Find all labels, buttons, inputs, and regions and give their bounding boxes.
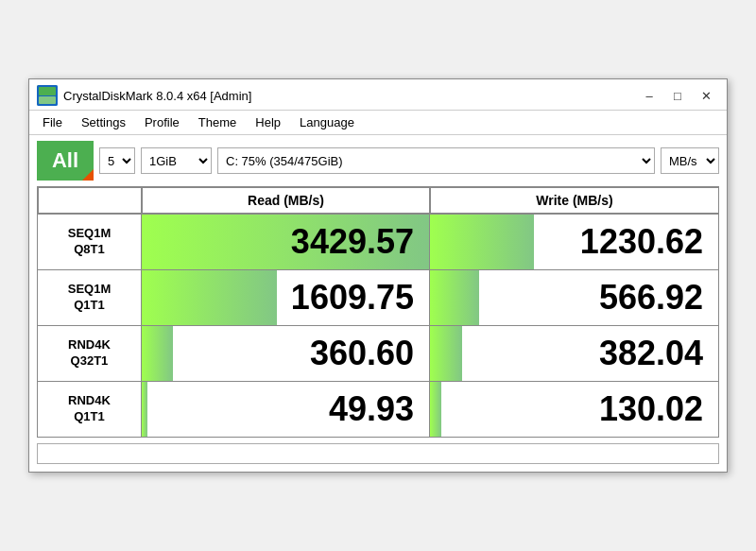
title-bar-left: CrystalDiskMark 8.0.4 x64 [Admin]: [37, 85, 251, 106]
size-select[interactable]: 1GiB 512MiB 2GiB 4GiB: [141, 147, 212, 174]
minimize-button[interactable]: –: [636, 85, 662, 106]
all-button[interactable]: All: [37, 141, 94, 181]
row-label-rnd4k-q1t1: RND4KQ1T1: [38, 382, 142, 437]
toolbar: All 5 1 3 9 1GiB 512MiB 2GiB 4GiB C: 75%…: [29, 135, 727, 186]
table-row: RND4KQ1T1 49.93 130.02: [38, 381, 718, 437]
grid-header: Read (MB/s) Write (MB/s): [38, 187, 718, 214]
maximize-button[interactable]: □: [664, 85, 691, 106]
write-value-seq1m-q1t1: 566.92: [430, 270, 718, 325]
close-button[interactable]: ✕: [693, 85, 719, 106]
menu-help[interactable]: Help: [246, 112, 290, 132]
write-value-seq1m-q8t1: 1230.62: [430, 215, 718, 269]
window-title: CrystalDiskMark 8.0.4 x64 [Admin]: [63, 89, 251, 103]
table-row: SEQ1MQ8T1 3429.57 1230.62: [38, 214, 718, 269]
header-read: Read (MB/s): [142, 187, 430, 214]
title-bar-controls: – □ ✕: [636, 85, 719, 106]
header-col0: [38, 187, 142, 214]
menu-theme[interactable]: Theme: [189, 112, 246, 132]
header-write: Write (MB/s): [430, 187, 718, 214]
unit-select[interactable]: MB/s GB/s IOPS μs: [661, 147, 719, 174]
app-icon: [37, 85, 58, 106]
app-window: CrystalDiskMark 8.0.4 x64 [Admin] – □ ✕ …: [28, 78, 728, 473]
read-value-seq1m-q1t1: 1609.75: [142, 270, 430, 325]
table-row: SEQ1MQ1T1 1609.75 566.92: [38, 269, 718, 325]
write-value-rnd4k-q1t1: 130.02: [430, 382, 718, 437]
menu-language[interactable]: Language: [290, 112, 364, 132]
read-value-seq1m-q8t1: 3429.57: [142, 215, 430, 269]
write-value-rnd4k-q32t1: 382.04: [430, 326, 718, 381]
status-bar: [37, 443, 719, 464]
row-label-seq1m-q1t1: SEQ1MQ1T1: [38, 270, 142, 325]
count-select[interactable]: 5 1 3 9: [99, 147, 135, 174]
svg-rect-2: [39, 96, 56, 104]
title-bar: CrystalDiskMark 8.0.4 x64 [Admin] – □ ✕: [29, 79, 727, 111]
menu-file[interactable]: File: [33, 112, 72, 132]
drive-select[interactable]: C: 75% (354/475GiB): [217, 147, 655, 174]
results-grid: Read (MB/s) Write (MB/s) SEQ1MQ8T1 3429.…: [37, 186, 719, 438]
read-value-rnd4k-q32t1: 360.60: [142, 326, 430, 381]
read-value-rnd4k-q1t1: 49.93: [142, 382, 430, 437]
table-row: RND4KQ32T1 360.60 382.04: [38, 325, 718, 381]
menu-profile[interactable]: Profile: [135, 112, 189, 132]
row-label-rnd4k-q32t1: RND4KQ32T1: [38, 326, 142, 381]
svg-rect-1: [39, 87, 56, 95]
menu-settings[interactable]: Settings: [72, 112, 135, 132]
menu-bar: File Settings Profile Theme Help Languag…: [29, 111, 727, 135]
row-label-seq1m-q8t1: SEQ1MQ8T1: [38, 215, 142, 269]
